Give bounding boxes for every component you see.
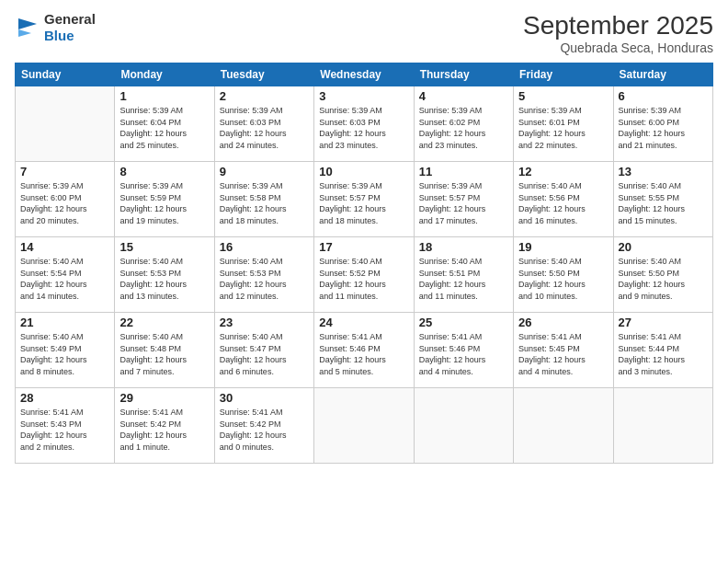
table-row: 22Sunrise: 5:40 AM Sunset: 5:48 PM Dayli… bbox=[115, 313, 214, 388]
table-row: 4Sunrise: 5:39 AM Sunset: 6:02 PM Daylig… bbox=[414, 86, 513, 162]
month-title: September 2025 bbox=[523, 11, 713, 40]
table-row: 8Sunrise: 5:39 AM Sunset: 5:59 PM Daylig… bbox=[115, 162, 214, 237]
calendar-week-row: 7Sunrise: 5:39 AM Sunset: 6:00 PM Daylig… bbox=[16, 162, 713, 237]
day-info: Sunrise: 5:39 AM Sunset: 5:58 PM Dayligh… bbox=[220, 180, 309, 226]
table-row: 5Sunrise: 5:39 AM Sunset: 6:01 PM Daylig… bbox=[514, 86, 613, 162]
table-row: 29Sunrise: 5:41 AM Sunset: 5:42 PM Dayli… bbox=[115, 388, 214, 464]
day-number: 8 bbox=[119, 165, 209, 178]
col-monday: Monday bbox=[115, 63, 214, 86]
table-row: 7Sunrise: 5:39 AM Sunset: 6:00 PM Daylig… bbox=[16, 162, 115, 237]
day-info: Sunrise: 5:40 AM Sunset: 5:53 PM Dayligh… bbox=[220, 256, 309, 302]
day-info: Sunrise: 5:41 AM Sunset: 5:45 PM Dayligh… bbox=[518, 331, 608, 377]
table-row: 15Sunrise: 5:40 AM Sunset: 5:53 PM Dayli… bbox=[115, 237, 214, 313]
day-number: 11 bbox=[419, 165, 508, 178]
day-number: 19 bbox=[518, 240, 608, 254]
calendar-header-row: Sunday Monday Tuesday Wednesday Thursday… bbox=[16, 63, 713, 86]
day-info: Sunrise: 5:40 AM Sunset: 5:55 PM Dayligh… bbox=[619, 180, 708, 226]
day-info: Sunrise: 5:39 AM Sunset: 5:57 PM Dayligh… bbox=[319, 180, 408, 226]
day-number: 12 bbox=[518, 165, 608, 178]
day-info: Sunrise: 5:40 AM Sunset: 5:53 PM Dayligh… bbox=[119, 256, 209, 302]
location: Quebrada Seca, Honduras bbox=[523, 40, 713, 55]
day-info: Sunrise: 5:40 AM Sunset: 5:49 PM Dayligh… bbox=[20, 331, 109, 377]
day-info: Sunrise: 5:41 AM Sunset: 5:43 PM Dayligh… bbox=[20, 407, 109, 453]
logo: General Blue bbox=[15, 11, 96, 44]
day-info: Sunrise: 5:41 AM Sunset: 5:46 PM Dayligh… bbox=[419, 331, 508, 377]
calendar-week-row: 28Sunrise: 5:41 AM Sunset: 5:43 PM Dayli… bbox=[16, 388, 713, 464]
table-row: 21Sunrise: 5:40 AM Sunset: 5:49 PM Dayli… bbox=[16, 313, 115, 388]
table-row: 23Sunrise: 5:40 AM Sunset: 5:47 PM Dayli… bbox=[214, 313, 313, 388]
table-row: 26Sunrise: 5:41 AM Sunset: 5:45 PM Dayli… bbox=[514, 313, 613, 388]
day-number: 10 bbox=[319, 165, 408, 178]
col-saturday: Saturday bbox=[613, 63, 712, 86]
header: General Blue September 2025 Quebrada Sec… bbox=[15, 11, 713, 55]
calendar-week-row: 1Sunrise: 5:39 AM Sunset: 6:04 PM Daylig… bbox=[16, 86, 713, 162]
table-row bbox=[16, 86, 115, 162]
table-row: 6Sunrise: 5:39 AM Sunset: 6:00 PM Daylig… bbox=[613, 86, 712, 162]
table-row: 10Sunrise: 5:39 AM Sunset: 5:57 PM Dayli… bbox=[314, 162, 414, 237]
day-number: 2 bbox=[220, 89, 309, 103]
day-info: Sunrise: 5:39 AM Sunset: 6:00 PM Dayligh… bbox=[619, 105, 708, 151]
table-row: 2Sunrise: 5:39 AM Sunset: 6:03 PM Daylig… bbox=[214, 86, 313, 162]
day-info: Sunrise: 5:39 AM Sunset: 6:01 PM Dayligh… bbox=[518, 105, 608, 151]
day-number: 4 bbox=[419, 89, 508, 103]
calendar-week-row: 14Sunrise: 5:40 AM Sunset: 5:54 PM Dayli… bbox=[16, 237, 713, 313]
table-row: 18Sunrise: 5:40 AM Sunset: 5:51 PM Dayli… bbox=[414, 237, 513, 313]
day-number: 1 bbox=[119, 89, 209, 103]
day-number: 26 bbox=[518, 316, 608, 329]
table-row: 1Sunrise: 5:39 AM Sunset: 6:04 PM Daylig… bbox=[115, 86, 214, 162]
title-block: September 2025 Quebrada Seca, Honduras bbox=[523, 11, 713, 55]
day-info: Sunrise: 5:40 AM Sunset: 5:48 PM Dayligh… bbox=[119, 331, 209, 377]
day-info: Sunrise: 5:40 AM Sunset: 5:56 PM Dayligh… bbox=[518, 180, 608, 226]
day-info: Sunrise: 5:39 AM Sunset: 6:02 PM Dayligh… bbox=[419, 105, 508, 151]
col-wednesday: Wednesday bbox=[314, 63, 414, 86]
day-number: 13 bbox=[619, 165, 708, 178]
day-info: Sunrise: 5:39 AM Sunset: 6:03 PM Dayligh… bbox=[220, 105, 309, 151]
day-number: 16 bbox=[220, 240, 309, 254]
table-row bbox=[514, 388, 613, 464]
day-info: Sunrise: 5:41 AM Sunset: 5:42 PM Dayligh… bbox=[119, 407, 209, 453]
table-row: 20Sunrise: 5:40 AM Sunset: 5:50 PM Dayli… bbox=[613, 237, 712, 313]
day-number: 14 bbox=[20, 240, 109, 254]
day-info: Sunrise: 5:39 AM Sunset: 6:00 PM Dayligh… bbox=[20, 180, 109, 226]
day-info: Sunrise: 5:40 AM Sunset: 5:54 PM Dayligh… bbox=[20, 256, 109, 302]
table-row: 24Sunrise: 5:41 AM Sunset: 5:46 PM Dayli… bbox=[314, 313, 414, 388]
day-number: 29 bbox=[119, 391, 209, 405]
table-row: 28Sunrise: 5:41 AM Sunset: 5:43 PM Dayli… bbox=[16, 388, 115, 464]
day-number: 22 bbox=[119, 316, 209, 329]
day-number: 27 bbox=[619, 316, 708, 329]
logo-text: General Blue bbox=[44, 11, 96, 44]
col-tuesday: Tuesday bbox=[214, 63, 313, 86]
table-row: 13Sunrise: 5:40 AM Sunset: 5:55 PM Dayli… bbox=[613, 162, 712, 237]
table-row: 16Sunrise: 5:40 AM Sunset: 5:53 PM Dayli… bbox=[214, 237, 313, 313]
table-row: 19Sunrise: 5:40 AM Sunset: 5:50 PM Dayli… bbox=[514, 237, 613, 313]
day-info: Sunrise: 5:40 AM Sunset: 5:47 PM Dayligh… bbox=[220, 331, 309, 377]
day-number: 9 bbox=[220, 165, 309, 178]
day-info: Sunrise: 5:40 AM Sunset: 5:52 PM Dayligh… bbox=[319, 256, 408, 302]
logo-icon bbox=[15, 15, 40, 40]
day-info: Sunrise: 5:40 AM Sunset: 5:50 PM Dayligh… bbox=[619, 256, 708, 302]
day-number: 7 bbox=[20, 165, 109, 178]
table-row: 25Sunrise: 5:41 AM Sunset: 5:46 PM Dayli… bbox=[414, 313, 513, 388]
col-thursday: Thursday bbox=[414, 63, 513, 86]
day-info: Sunrise: 5:41 AM Sunset: 5:42 PM Dayligh… bbox=[220, 407, 309, 453]
day-number: 3 bbox=[319, 89, 408, 103]
day-info: Sunrise: 5:41 AM Sunset: 5:46 PM Dayligh… bbox=[319, 331, 408, 377]
day-info: Sunrise: 5:40 AM Sunset: 5:50 PM Dayligh… bbox=[518, 256, 608, 302]
day-number: 18 bbox=[419, 240, 508, 254]
day-number: 28 bbox=[20, 391, 109, 405]
page: General Blue September 2025 Quebrada Sec… bbox=[0, 0, 728, 563]
table-row: 11Sunrise: 5:39 AM Sunset: 5:57 PM Dayli… bbox=[414, 162, 513, 237]
day-number: 17 bbox=[319, 240, 408, 254]
table-row: 3Sunrise: 5:39 AM Sunset: 6:03 PM Daylig… bbox=[314, 86, 414, 162]
day-info: Sunrise: 5:41 AM Sunset: 5:44 PM Dayligh… bbox=[619, 331, 708, 377]
day-number: 21 bbox=[20, 316, 109, 329]
day-number: 15 bbox=[119, 240, 209, 254]
calendar-table: Sunday Monday Tuesday Wednesday Thursday… bbox=[15, 63, 713, 464]
day-number: 24 bbox=[319, 316, 408, 329]
day-number: 6 bbox=[619, 89, 708, 103]
table-row: 14Sunrise: 5:40 AM Sunset: 5:54 PM Dayli… bbox=[16, 237, 115, 313]
day-info: Sunrise: 5:40 AM Sunset: 5:51 PM Dayligh… bbox=[419, 256, 508, 302]
table-row: 17Sunrise: 5:40 AM Sunset: 5:52 PM Dayli… bbox=[314, 237, 414, 313]
day-number: 5 bbox=[518, 89, 608, 103]
day-number: 30 bbox=[220, 391, 309, 405]
